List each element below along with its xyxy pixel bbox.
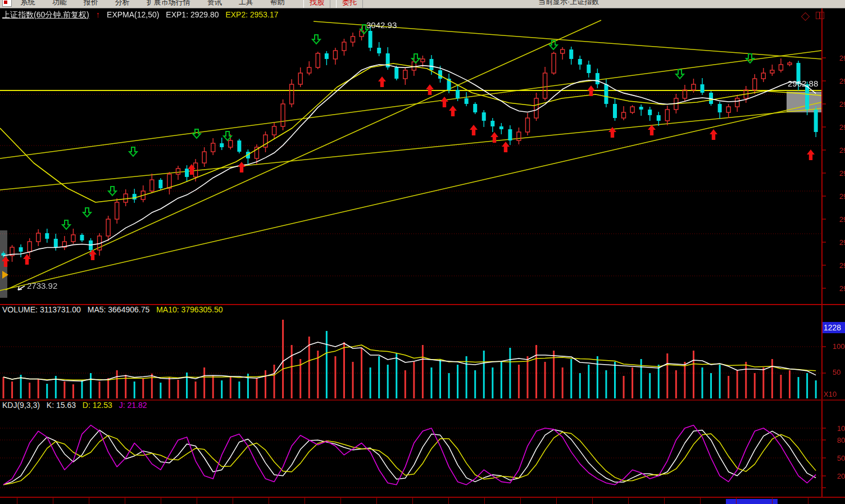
- menu-item-2[interactable]: 报价: [84, 0, 98, 8]
- hot-button-0[interactable]: 找股: [303, 0, 330, 8]
- time-tick: [125, 498, 125, 504]
- menu-item-7[interactable]: 帮助: [270, 0, 285, 8]
- menu-item-0[interactable]: 系统: [21, 0, 35, 8]
- time-tick: [376, 498, 377, 504]
- toolbar-status-text: 当前显示·上证指数: [538, 0, 599, 7]
- diamond-icon[interactable]: [801, 12, 810, 21]
- time-tick: [89, 498, 89, 504]
- kdj-tick-50: 50: [837, 454, 845, 462]
- exp2-value: EXP2: 2953.17: [225, 10, 278, 19]
- signal-up-arrow-icon: ↑: [96, 10, 101, 19]
- ma10-value: MA10: 3796305.50: [156, 305, 222, 314]
- time-axis[interactable]: [0, 497, 845, 504]
- volume-header: VOLUME: 3113731.00 MA5: 3664906.75 MA10:…: [2, 305, 227, 314]
- time-tick: [412, 498, 413, 504]
- kdj-chart-canvas[interactable]: [0, 412, 845, 496]
- volume-unit-label: X10: [824, 390, 837, 398]
- top-toolbar: 系统功能报价分析扩展市场行情资讯工具帮助 找股委托 当前显示·上证指数: [0, 0, 845, 8]
- time-tick: [305, 498, 305, 504]
- time-tick: [17, 498, 17, 504]
- menu-item-5[interactable]: 资讯: [207, 0, 222, 8]
- k-value: K: 15.63: [47, 401, 76, 410]
- time-tick: [520, 498, 521, 504]
- hot-button-container: 找股委托: [303, 0, 369, 6]
- hot-button-1[interactable]: 委托: [336, 0, 363, 8]
- kdj-tick-80: 80: [837, 436, 845, 444]
- app-window: 系统功能报价分析扩展市场行情资讯工具帮助 找股委托 当前显示·上证指数 上证指数…: [0, 0, 845, 504]
- app-logo-icon: [2, 0, 12, 7]
- volume-value: VOLUME: 3113731.00: [2, 305, 81, 314]
- time-tick: [808, 498, 808, 504]
- time-tick: [161, 498, 161, 504]
- time-tick: [233, 498, 233, 504]
- time-tick: [700, 498, 701, 504]
- kdj-name: KDJ(9,3,3): [2, 401, 40, 410]
- time-tick: [448, 498, 449, 504]
- menu-item-3[interactable]: 分析: [115, 0, 130, 8]
- kdj-header: KDJ(9,3,3) K: 15.63 D: 12.53 J: 21.82: [2, 401, 152, 410]
- time-tick: [269, 498, 269, 504]
- menu-item-1[interactable]: 功能: [52, 0, 67, 8]
- kdj-tick-20: 20: [837, 472, 845, 480]
- time-tick: [592, 498, 593, 504]
- right-axis-line: [821, 8, 823, 504]
- time-selection-badge: [726, 499, 778, 504]
- menu-item-4[interactable]: 扩展市场行情: [147, 0, 190, 8]
- volume-latest-badge: 1228: [823, 322, 845, 333]
- ma5-value: MA5: 3664906.75: [88, 305, 150, 314]
- stock-title-link[interactable]: 上证指数(60分钟.前复权): [2, 10, 89, 19]
- time-tick: [628, 498, 629, 504]
- menu-bar: 系统功能报价分析扩展市场行情资讯工具帮助 找股委托: [0, 0, 369, 7]
- exp1-value: EXP1: 2929.80: [166, 10, 219, 19]
- indicator-label: EXPMA(12,50): [107, 10, 159, 19]
- d-value: D: 12.53: [83, 401, 112, 410]
- low-price-label: 2733.92: [27, 281, 57, 290]
- window-split-icon[interactable]: [816, 12, 824, 19]
- current-price-label: 2962.88: [788, 79, 818, 88]
- time-tick: [484, 498, 485, 504]
- volume-tick-50: 50: [833, 368, 841, 376]
- main-chart-header: 上证指数(60分钟.前复权) ↑ EXPMA(12,50) EXP1: 2929…: [2, 10, 283, 20]
- time-tick: [556, 498, 557, 504]
- time-tick: [772, 498, 773, 504]
- volume-chart-canvas[interactable]: [0, 317, 845, 399]
- peak-price-label: 3042.93: [366, 20, 397, 30]
- time-tick: [664, 498, 665, 504]
- chart-corner-icons: [802, 12, 824, 22]
- time-tick: [736, 498, 737, 504]
- menu-container: 系统功能报价分析扩展市场行情资讯工具帮助: [21, 0, 302, 6]
- volume-tick-100: 100: [833, 342, 845, 351]
- time-tick: [340, 498, 341, 504]
- menu-item-6[interactable]: 工具: [239, 0, 253, 8]
- time-tick: [197, 498, 197, 504]
- j-value: J: 21.82: [119, 401, 147, 410]
- main-chart-canvas[interactable]: [0, 8, 845, 304]
- kdj-tick-100: 100: [837, 424, 845, 433]
- time-tick: [53, 498, 53, 504]
